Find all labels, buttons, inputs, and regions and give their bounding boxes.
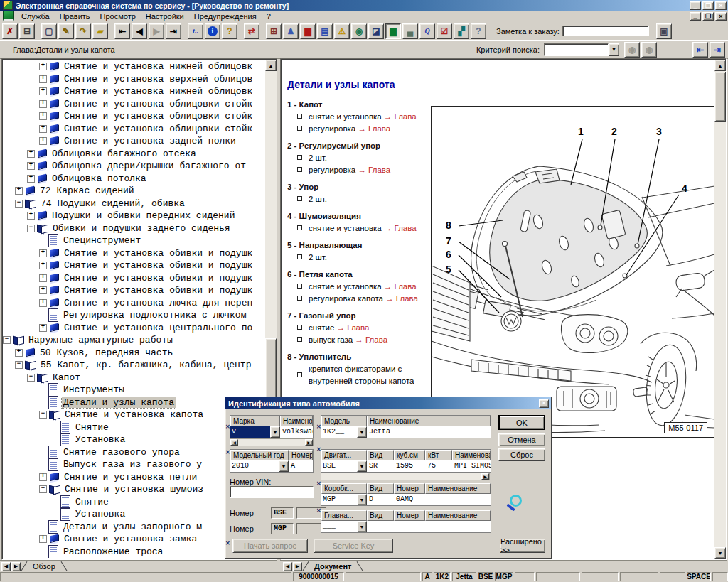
collapse-minus-icon[interactable]: − xyxy=(39,411,47,419)
search-criteria-combo[interactable]: ▼ xyxy=(544,43,619,56)
menu-item-4[interactable]: Настройки xyxy=(141,12,189,21)
tree-item-label[interactable]: Расположение троса xyxy=(62,546,164,557)
last-page-button[interactable]: ⇥ xyxy=(166,23,181,39)
model-year-grid-combo-value[interactable]: 2010 xyxy=(230,460,279,472)
tree-item-label[interactable]: Снятие газового упора xyxy=(62,447,181,458)
window-grid-button[interactable]: ⊞ xyxy=(266,23,282,39)
chevron-down-icon[interactable]: ▼ xyxy=(357,521,367,532)
menu-item-1[interactable]: Служба xyxy=(16,12,55,21)
tree-item[interactable]: −Наружные арматурные работы xyxy=(3,334,266,347)
tab-scroll-left-icon[interactable]: ◀ xyxy=(1,562,11,571)
tree-item-label[interactable]: Снятие и установка обивки и подушк xyxy=(63,273,254,284)
tree-item[interactable]: +Снятие и установка нижней облицовк xyxy=(3,85,266,98)
tree-item-label[interactable]: Специнструмент xyxy=(62,235,142,246)
tree-item-label[interactable]: Наружные арматурные работы xyxy=(27,335,174,345)
tree-item-label[interactable]: Снятие и установка центрального по xyxy=(63,323,254,333)
help-button[interactable]: ? xyxy=(222,23,237,39)
tree-item[interactable]: +50 Кузов, передняя часть xyxy=(3,347,266,360)
tab-scroll-left-icon[interactable]: ◀ xyxy=(283,562,292,571)
expand-plus-icon[interactable]: + xyxy=(27,175,35,183)
cancel-button[interactable]: Отмена xyxy=(498,433,545,446)
tab-overview[interactable]: Обзор xyxy=(21,561,67,571)
chapter-link[interactable]: → Глава xyxy=(355,166,390,174)
menu-item-2[interactable]: Править xyxy=(55,12,95,21)
tree-item-label[interactable]: 55 Капот, кр. багажника, кабина, центр xyxy=(39,360,252,370)
chevron-down-icon[interactable]: ▼ xyxy=(357,426,367,438)
scroll-left-icon[interactable]: ◀ xyxy=(230,439,238,446)
model-year-grid-combo[interactable]: 2010▼ xyxy=(230,460,289,472)
chapter-link[interactable]: → Глава xyxy=(334,323,369,332)
print-button[interactable]: ⊟ xyxy=(19,23,35,39)
document-scrollbar[interactable]: ▲ ▼ xyxy=(714,60,726,559)
tree-item-label[interactable]: Облицовки багажного отсека xyxy=(50,149,198,159)
expand-plus-icon[interactable]: + xyxy=(39,535,47,543)
chevron-down-icon[interactable]: ▼ xyxy=(609,43,619,56)
chapter-link[interactable]: → Глава xyxy=(355,124,390,133)
projector-button[interactable]: ▞ xyxy=(454,23,469,39)
tree-item-label[interactable]: Снятие и установка облицовки стойк xyxy=(63,111,254,122)
tree-item[interactable]: −Обивки и подушки заднего сиденья xyxy=(3,222,266,235)
chevron-down-icon[interactable]: ▼ xyxy=(270,426,280,438)
restore-button[interactable]: ❒ xyxy=(702,1,714,10)
tree-item-label[interactable]: Снятие и установка лючка для перен xyxy=(63,298,254,308)
jump-prev-entry-button[interactable]: ⇤ xyxy=(692,42,708,58)
info-button[interactable]: i xyxy=(205,23,220,39)
chapter-link[interactable]: → Глава xyxy=(383,294,418,303)
tree-item-label[interactable]: Подушки и обивки передних сидений xyxy=(50,210,236,221)
parts-box-button[interactable]: ◪ xyxy=(368,23,384,39)
tree-item-label[interactable]: Снятие и установка обивки и подушк xyxy=(63,285,254,296)
tree-item[interactable]: +Подушки и обивки передних сидений xyxy=(3,210,266,222)
scroll-up-icon[interactable]: ▲ xyxy=(714,60,726,71)
model-grid-combo-value[interactable]: 1K2__ xyxy=(321,426,357,438)
globe-button[interactable]: ◉ xyxy=(351,23,367,39)
chapter-link[interactable]: → Глава xyxy=(382,282,417,291)
scroll-right-icon[interactable]: ▶ xyxy=(305,439,313,446)
tree-item[interactable]: +Облицовка потолка xyxy=(3,173,266,185)
scroll-down-icon[interactable]: ▼ xyxy=(714,547,726,559)
tree-item-label[interactable]: Инструменты xyxy=(62,384,126,395)
collapse-minus-icon[interactable]: − xyxy=(39,485,47,493)
tree-item[interactable]: +Снятие и установка центрального по xyxy=(3,322,266,335)
collapse-minus-icon[interactable]: − xyxy=(27,225,35,232)
chapter-link[interactable]: → Глава xyxy=(382,112,417,121)
checklist-button[interactable]: ☑ xyxy=(437,23,452,39)
tree-item[interactable]: +Снятие и установка обивки и подушк xyxy=(3,247,266,260)
tree-item-label[interactable]: Снятие и установка облицовки стойк xyxy=(63,124,254,134)
child-minimize-button[interactable]: _ xyxy=(690,12,701,21)
tree-item[interactable]: +Снятие и установка обивки и подушк xyxy=(3,259,266,272)
menu-item-5[interactable]: Предупреждения xyxy=(189,12,262,21)
tree-item-label[interactable]: Снятие и установка обивки и подушк xyxy=(63,260,254,271)
vehicle-search-button[interactable]: Q xyxy=(419,23,435,39)
tab-document[interactable]: Документ xyxy=(303,561,363,571)
engine-grid-combo[interactable]: BSE_▼ xyxy=(321,460,367,472)
tree-item[interactable]: Специнструмент xyxy=(3,235,266,247)
brand-grid-combo-value[interactable]: V xyxy=(230,426,270,438)
first-page-button[interactable]: ⇤ xyxy=(114,23,130,39)
expand-plus-icon[interactable]: + xyxy=(39,262,47,269)
final-drive-grid-combo-value[interactable]: ___ xyxy=(321,521,357,532)
tree-item[interactable]: +Снятие и установка облицовки стойк xyxy=(3,123,266,136)
document-help-button[interactable]: ? xyxy=(471,23,486,39)
service-key-button[interactable]: Service Key xyxy=(314,539,393,553)
tree-item-label[interactable]: Регулировка подлокотника с лючком xyxy=(62,310,247,320)
chevron-down-icon[interactable]: ▼ xyxy=(357,494,367,505)
gearbox-grid-combo-value[interactable]: MGP xyxy=(321,494,357,505)
tree-item-label[interactable]: 74 Подушки сидений, обивка xyxy=(39,198,186,209)
tree-item-label[interactable]: 50 Кузов, передняя часть xyxy=(38,347,174,358)
search-next-button[interactable]: ◉ xyxy=(641,42,657,58)
horizontal-scrollbar[interactable]: ▶ xyxy=(321,473,490,480)
tree-item-label[interactable]: Выпуск газа из газового у xyxy=(62,459,203,470)
tree-item-label[interactable]: Снятие и установка капота xyxy=(63,409,205,420)
tree-item-label[interactable]: Детали и узлы капота xyxy=(62,397,176,408)
note-options-button[interactable]: ▣ xyxy=(656,23,672,39)
tree-item-label[interactable]: Снятие и установка облицовки стойк xyxy=(63,99,254,109)
car-button[interactable]: ▄ xyxy=(402,23,418,39)
tree-item-label[interactable]: Снятие и установка обивки и подушк xyxy=(63,248,254,259)
tree-item-label[interactable]: Снятие и установка нижней облицовк xyxy=(63,86,254,97)
tree-item[interactable]: +Снятие и установка облицовки стойк xyxy=(3,110,266,123)
child-close-button[interactable]: × xyxy=(715,12,727,21)
tree-item-label[interactable]: Снятие и установка шумоиз xyxy=(63,484,205,495)
tree-item-label[interactable]: Снятие и установка задней полки xyxy=(63,136,237,146)
customer-service-button[interactable]: ♟ xyxy=(283,23,299,39)
dialog-title-bar[interactable]: Идентификация типа автомобиля × xyxy=(225,397,551,409)
